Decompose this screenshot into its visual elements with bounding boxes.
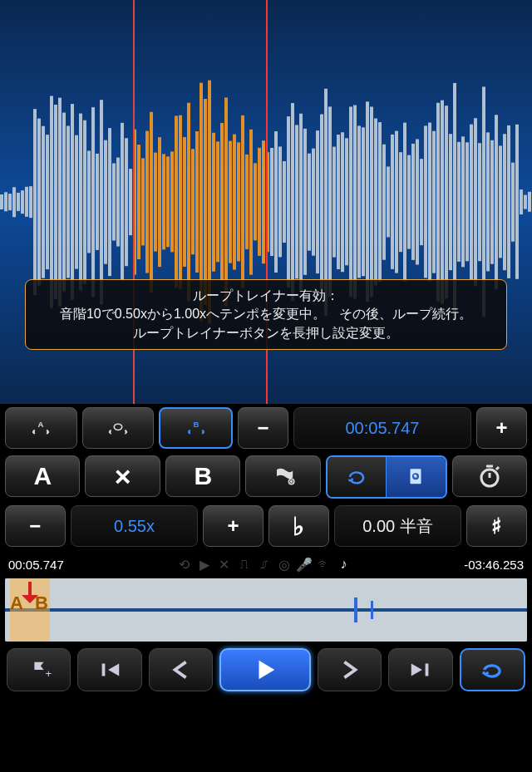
mini-loop-icon: ⟲	[176, 556, 193, 573]
next-marker-button[interactable]	[388, 648, 452, 691]
mini-note-icon: ♪	[336, 556, 352, 573]
controls-panel: A B − 00:05.747 + A × B	[0, 404, 532, 696]
minimap-wave-spike	[354, 597, 357, 622]
add-flag-button[interactable]	[245, 455, 320, 497]
elapsed-time: 00:05.747	[8, 558, 64, 572]
play-button[interactable]	[219, 648, 311, 691]
add-marker-button[interactable]: +	[7, 648, 71, 691]
minimap-marker-b[interactable]: B	[28, 587, 55, 620]
prev-marker-button[interactable]	[77, 648, 141, 691]
loop-toggle-button[interactable]	[460, 648, 525, 691]
loop-trainer-toggle[interactable]	[326, 455, 447, 499]
forward-button[interactable]	[318, 648, 382, 691]
remaining-time: -03:46.253	[464, 558, 524, 572]
loop-trainer-document-icon[interactable]	[386, 457, 445, 497]
minimap[interactable]: A B	[5, 578, 527, 642]
mini-play-icon: ▶	[196, 556, 213, 573]
mini-target-icon: ◎	[276, 556, 293, 573]
set-a-button[interactable]: A	[5, 455, 80, 497]
loop-trainer-loop-icon[interactable]	[328, 457, 386, 497]
pitch-flat-button[interactable]: ♭	[268, 505, 329, 547]
tooltip-line2: 音階10で0.50xから1.00xへテンポを変更中。 その後、ループ続行。	[39, 305, 493, 323]
svg-rect-8	[426, 664, 429, 676]
mini-wifi-icon: ᯤ	[316, 556, 332, 573]
b-nudge-button[interactable]: B	[159, 407, 233, 449]
transport-bar: +	[0, 643, 532, 696]
rewind-button[interactable]	[149, 648, 213, 691]
loop-nudge-button[interactable]	[82, 407, 155, 449]
clear-loop-button[interactable]: ×	[85, 455, 160, 497]
mini-sliders-icon: ⎎	[256, 556, 273, 573]
pitch-sharp-button[interactable]: ♯	[466, 505, 527, 547]
mini-mic-icon: 🎤	[296, 556, 313, 573]
time-bar: 00:05.747 ⟲ ▶ ✕ ⎍ ⎎ ◎ 🎤 ᯤ ♪ -03:46.253	[0, 552, 532, 577]
tooltip-line1: ループトレイナー有効：	[39, 287, 493, 305]
set-b-button[interactable]: B	[165, 455, 240, 497]
speed-display[interactable]: 0.55x	[71, 505, 199, 547]
loop-time-display[interactable]: 00:05.747	[293, 407, 471, 449]
mini-status-icons: ⟲ ▶ ✕ ⎍ ⎎ ◎ 🎤 ᯤ ♪	[176, 556, 352, 573]
mini-eq-icon: ⎍	[236, 556, 253, 573]
time-plus-button[interactable]: +	[476, 407, 527, 449]
minimap-marker-a[interactable]: A	[5, 587, 30, 620]
mini-shuffle-icon: ✕	[216, 556, 233, 573]
speed-plus-button[interactable]: +	[203, 505, 264, 547]
time-minus-button[interactable]: −	[238, 407, 288, 449]
speed-minus-button[interactable]: −	[5, 505, 66, 547]
a-nudge-button[interactable]: A	[5, 407, 77, 449]
status-tooltip: ループトレイナー有効： 音階10で0.50xから1.00xへテンポを変更中。 そ…	[25, 279, 507, 350]
svg-text:+: +	[45, 667, 52, 680]
timer-button[interactable]	[452, 455, 527, 497]
svg-rect-3	[411, 469, 421, 484]
svg-text:A: A	[38, 420, 44, 429]
waveform-display[interactable]: // generate waveform bars inline documen…	[0, 0, 532, 404]
pitch-display[interactable]: 0.00 半音	[334, 505, 462, 547]
tooltip-line3: ループトレイナーボタンを長押し設定変更。	[39, 324, 493, 342]
svg-text:B: B	[193, 420, 199, 429]
svg-rect-7	[102, 664, 106, 676]
